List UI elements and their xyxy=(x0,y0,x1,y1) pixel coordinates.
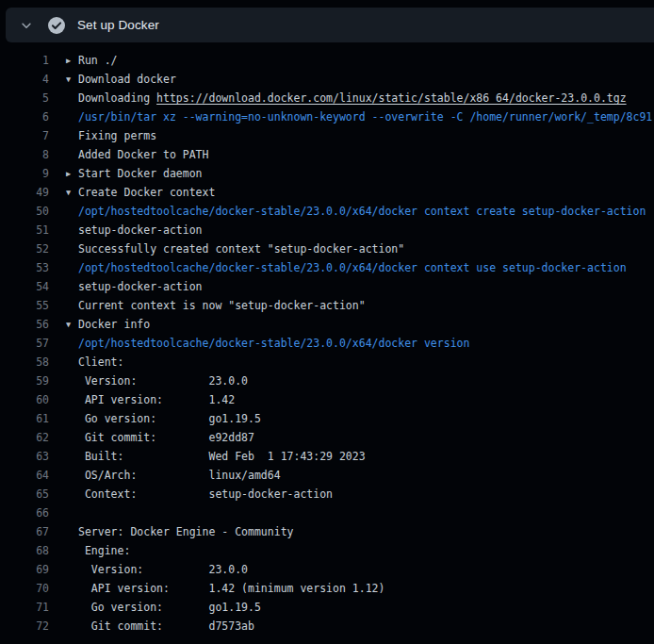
log-line: 62 Git commit: e92dd87 xyxy=(0,428,654,447)
line-number[interactable]: 57 xyxy=(0,334,49,353)
log-line: 70 API version: 1.42 (minimum version 1.… xyxy=(0,579,654,598)
chevron-down-icon[interactable] xyxy=(19,18,34,33)
log-text: Server: Docker Engine - Community xyxy=(78,522,293,541)
line-number[interactable]: 66 xyxy=(0,504,49,522)
line-number[interactable]: 65 xyxy=(0,485,49,504)
log-line: 71 Go version: go1.19.5 xyxy=(0,598,654,617)
group-label[interactable]: Run ./ xyxy=(78,54,118,67)
line-number[interactable]: 9 xyxy=(0,164,49,183)
log-text: Current context is now "setup-docker-act… xyxy=(78,296,366,315)
step-title: Set up Docker xyxy=(77,18,159,32)
line-number[interactable]: 6 xyxy=(0,107,49,126)
command-text: /usr/bin/tar xz --warning=no-unknown-key… xyxy=(78,107,652,126)
line-number[interactable]: 50 xyxy=(0,202,49,221)
log-text: Downloading xyxy=(78,91,156,105)
log-text: setup-docker-action xyxy=(78,277,203,296)
line-number[interactable]: 71 xyxy=(0,598,49,617)
log-text: Fixing perms xyxy=(78,126,156,145)
log-line: 65 Context: setup-docker-action xyxy=(0,485,654,504)
log-line: 50/opt/hostedtoolcache/docker-stable/23.… xyxy=(0,202,654,221)
line-number[interactable]: 56 xyxy=(0,315,49,334)
check-circle-icon xyxy=(47,16,66,35)
log-text: OS/Arch: linux/amd64 xyxy=(78,466,281,485)
log-line: 68 Engine: xyxy=(0,541,654,560)
log-line: 8Added Docker to PATH xyxy=(0,145,654,164)
log-text: setup-docker-action xyxy=(78,221,203,239)
log-line: 63 Built: Wed Feb 1 17:43:29 2023 xyxy=(0,447,654,466)
line-number[interactable]: 53 xyxy=(0,258,49,277)
log-line: 6/usr/bin/tar xz --warning=no-unknown-ke… xyxy=(0,107,654,126)
line-number[interactable]: 52 xyxy=(0,239,49,258)
group-expanded-icon[interactable]: ▼ xyxy=(66,315,78,334)
log-text: Engine: xyxy=(78,541,130,560)
log-line[interactable]: 4▼Download docker xyxy=(0,70,654,89)
log-line: 67Server: Docker Engine - Community xyxy=(0,522,654,541)
log-area[interactable]: 1▶Run ./4▼Download docker5Downloading ht… xyxy=(0,42,654,644)
line-number[interactable]: 62 xyxy=(0,428,49,447)
line-number[interactable]: 54 xyxy=(0,277,49,296)
log-line: 69 Version: 23.0.0 xyxy=(0,560,654,579)
line-number[interactable]: 8 xyxy=(0,145,49,164)
line-number[interactable]: 1 xyxy=(0,51,49,70)
line-number[interactable]: 5 xyxy=(0,89,49,107)
log-text: Git commit: e92dd87 xyxy=(78,428,254,447)
download-url-link[interactable]: https://download.docker.com/linux/static… xyxy=(156,91,627,105)
line-number[interactable]: 51 xyxy=(0,221,49,239)
group-collapsed-icon[interactable]: ▶ xyxy=(66,51,78,70)
line-number[interactable]: 4 xyxy=(0,70,49,89)
log-text: Successfully created context "setup-dock… xyxy=(78,239,404,258)
log-text: Context: setup-docker-action xyxy=(78,485,333,504)
log-line: 51setup-docker-action xyxy=(0,221,654,239)
line-number[interactable]: 49 xyxy=(0,183,49,202)
line-number[interactable]: 61 xyxy=(0,409,49,428)
group-label[interactable]: Download docker xyxy=(78,73,176,86)
log-line: 59 Version: 23.0.0 xyxy=(0,372,654,390)
command-text: /opt/hostedtoolcache/docker-stable/23.0.… xyxy=(78,258,627,277)
log-text: Client: xyxy=(78,353,123,372)
line-number[interactable]: 72 xyxy=(0,617,49,636)
line-number[interactable]: 69 xyxy=(0,560,49,579)
log-text: API version: 1.42 xyxy=(78,390,235,409)
group-label[interactable]: Docker info xyxy=(78,318,150,331)
group-expanded-icon[interactable]: ▼ xyxy=(66,70,78,89)
log-line: 52Successfully created context "setup-do… xyxy=(0,239,654,258)
log-line[interactable]: 9▶Start Docker daemon xyxy=(0,164,654,183)
log-line[interactable]: 56▼Docker info xyxy=(0,315,654,334)
log-line: 57/opt/hostedtoolcache/docker-stable/23.… xyxy=(0,334,654,353)
line-number[interactable]: 58 xyxy=(0,353,49,372)
log-line: 61 Go version: go1.19.5 xyxy=(0,409,654,428)
line-number[interactable]: 55 xyxy=(0,296,49,315)
log-line: 66 xyxy=(0,504,654,522)
group-label[interactable]: Create Docker context xyxy=(78,186,215,199)
log-text: API version: 1.42 (minimum version 1.12) xyxy=(78,579,384,598)
log-line: 72 Git commit: d7573ab xyxy=(0,617,654,636)
log-text: Version: 23.0.0 xyxy=(78,372,248,390)
log-line: 55Current context is now "setup-docker-a… xyxy=(0,296,654,315)
log-text: Built: Wed Feb 1 17:43:29 2023 xyxy=(78,447,366,466)
group-collapsed-icon[interactable]: ▶ xyxy=(66,164,78,183)
log-line: 64 OS/Arch: linux/amd64 xyxy=(0,466,654,485)
log-line: 58Client: xyxy=(0,353,654,372)
line-number[interactable]: 67 xyxy=(0,522,49,541)
line-number[interactable]: 60 xyxy=(0,390,49,409)
log-line: 5Downloading https://download.docker.com… xyxy=(0,89,654,107)
log-text: Added Docker to PATH xyxy=(78,145,208,164)
log-line: 54setup-docker-action xyxy=(0,277,654,296)
line-number[interactable]: 70 xyxy=(0,579,49,598)
log-text: Go version: go1.19.5 xyxy=(78,409,261,428)
group-expanded-icon[interactable]: ▼ xyxy=(66,183,78,202)
log-text: Git commit: d7573ab xyxy=(78,617,254,636)
command-text: /opt/hostedtoolcache/docker-stable/23.0.… xyxy=(78,202,646,221)
log-text: Go version: go1.19.5 xyxy=(78,598,261,617)
log-line[interactable]: 49▼Create Docker context xyxy=(0,183,654,202)
log-line[interactable]: 1▶Run ./ xyxy=(0,51,654,70)
line-number[interactable]: 64 xyxy=(0,466,49,485)
line-number[interactable]: 59 xyxy=(0,372,49,390)
log-line: 7Fixing perms xyxy=(0,126,654,145)
line-number[interactable]: 68 xyxy=(0,541,49,560)
line-number[interactable]: 63 xyxy=(0,447,49,466)
group-label[interactable]: Start Docker daemon xyxy=(78,167,203,180)
step-header[interactable]: Set up Docker xyxy=(6,8,654,42)
command-text: /opt/hostedtoolcache/docker-stable/23.0.… xyxy=(78,334,469,353)
line-number[interactable]: 7 xyxy=(0,126,49,145)
